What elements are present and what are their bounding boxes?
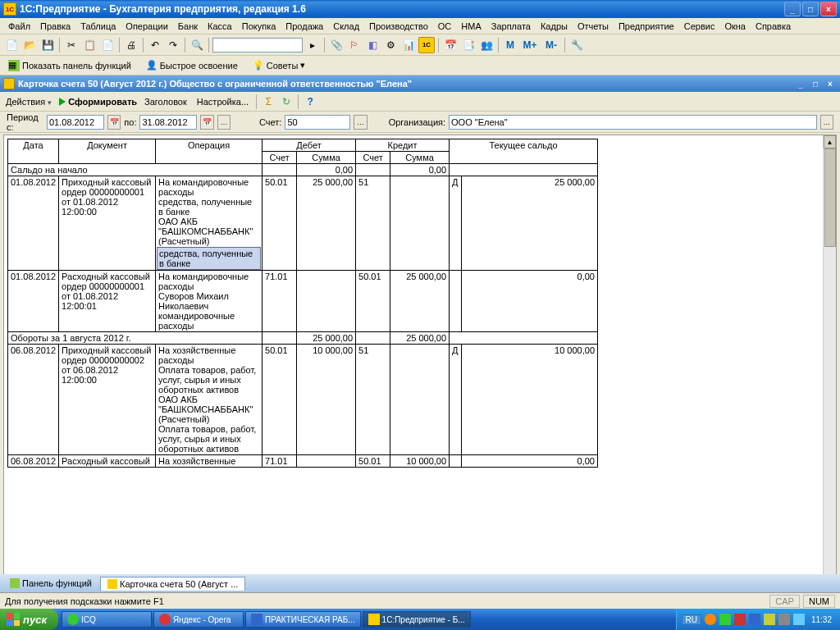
gear-icon[interactable]: ⚙ xyxy=(382,37,399,53)
period-range-button[interactable]: … xyxy=(217,115,231,130)
settings-button[interactable]: Настройка... xyxy=(194,97,251,107)
tab-card[interactable]: Карточка счета 50 (Август ... xyxy=(100,577,245,591)
language-indicator[interactable]: RU xyxy=(682,614,701,625)
header-button[interactable]: Заголовок xyxy=(142,97,189,107)
attach-icon[interactable]: 📎 xyxy=(328,37,345,53)
advice-button[interactable]: 💡Советы▾ xyxy=(249,58,308,73)
period-to-picker-button[interactable]: 📅 xyxy=(200,115,213,130)
account-input[interactable] xyxy=(285,115,350,130)
account-picker-button[interactable]: … xyxy=(354,115,367,130)
redo-icon[interactable]: ↷ xyxy=(165,37,181,53)
menu-os[interactable]: ОС xyxy=(433,20,457,33)
taskbar-item-1c[interactable]: 1С:Предприятие - Б... xyxy=(363,611,471,628)
chart-icon[interactable]: 📊 xyxy=(400,37,417,53)
menu-service[interactable]: Сервис xyxy=(679,20,720,33)
menu-operations[interactable]: Операции xyxy=(121,20,172,33)
period-from-picker-button[interactable]: 📅 xyxy=(107,115,121,130)
refresh-icon[interactable]: ↻ xyxy=(280,95,293,108)
menu-sell[interactable]: Продажа xyxy=(281,20,328,33)
doc-close-button[interactable]: × xyxy=(824,78,837,89)
mplus-button[interactable]: M+ xyxy=(520,37,540,53)
menu-production[interactable]: Производство xyxy=(364,20,433,33)
show-panel-button[interactable]: ▦Показать панель функций xyxy=(5,58,135,73)
menu-edit[interactable]: Правка xyxy=(35,20,75,33)
cell-op: На командировочные расходы Суворов Михаи… xyxy=(156,271,262,332)
menu-bank[interactable]: Банк xyxy=(173,20,203,33)
help-icon[interactable]: ? xyxy=(304,95,317,108)
org-picker-button[interactable]: … xyxy=(820,115,833,130)
print-icon[interactable]: 🖨 xyxy=(123,37,139,53)
tray-icon[interactable] xyxy=(734,614,746,625)
table-row[interactable]: 06.08.2012 Расходный кассовый На хозяйст… xyxy=(8,455,598,468)
scroll-up-button[interactable]: ▲ xyxy=(824,135,836,148)
opening-balance-row: Сальдо на начало 0,00 0,00 xyxy=(8,164,598,176)
scroll-thumb[interactable] xyxy=(824,148,836,247)
menu-buy[interactable]: Покупка xyxy=(237,20,281,33)
fast-learn-button[interactable]: 👤Быстрое освоение xyxy=(143,58,241,73)
open-icon[interactable]: 📂 xyxy=(21,37,38,53)
taskbar-item-word[interactable]: ПРАКТИЧЕСКАЯ РАБ... xyxy=(245,611,361,628)
tray-icon[interactable] xyxy=(719,614,731,625)
tray-icon[interactable] xyxy=(705,614,716,625)
tab-panel-functions[interactable]: Панель функций xyxy=(3,577,98,590)
num-indicator: NUM xyxy=(803,595,835,608)
close-button[interactable]: × xyxy=(820,2,837,16)
document-icon xyxy=(3,78,15,89)
maximize-button[interactable]: □ xyxy=(802,2,819,16)
menu-warehouse[interactable]: Склад xyxy=(328,20,364,33)
cell-credit-sum: 25 000,00 xyxy=(390,271,450,332)
cut-icon[interactable]: ✂ xyxy=(63,37,80,53)
table-row[interactable]: 06.08.2012 Приходный кассовый ордер 0000… xyxy=(8,345,598,455)
copy-icon[interactable]: 📋 xyxy=(81,37,98,53)
cell-date: 06.08.2012 xyxy=(8,345,59,455)
sum-icon[interactable]: Σ xyxy=(262,95,275,108)
doc2-icon[interactable]: 📑 xyxy=(460,37,477,53)
flag-icon[interactable]: 🏳 xyxy=(346,37,363,53)
cube-icon[interactable]: ◧ xyxy=(364,37,381,53)
table-row[interactable]: 01.08.2012 Приходный кассовый ордер 0000… xyxy=(8,176,598,271)
users-icon[interactable]: 👥 xyxy=(478,37,495,53)
menu-windows[interactable]: Окна xyxy=(719,20,751,33)
tray-icon[interactable] xyxy=(778,614,790,625)
vertical-scrollbar[interactable]: ▲ ▼ xyxy=(823,135,836,603)
period-from-input[interactable] xyxy=(47,115,104,130)
clock[interactable]: 11:32 xyxy=(808,615,835,624)
menu-reports[interactable]: Отчеты xyxy=(573,20,614,33)
go-icon[interactable]: ▸ xyxy=(304,37,321,53)
doc-minimize-button[interactable]: _ xyxy=(794,78,807,89)
menu-help[interactable]: Справка xyxy=(751,20,796,33)
menu-table[interactable]: Таблица xyxy=(75,20,121,33)
start-button[interactable]: пуск xyxy=(0,609,58,630)
m-button[interactable]: M xyxy=(502,37,518,53)
menu-salary[interactable]: Зарплата xyxy=(486,20,536,33)
1c-icon[interactable]: 1C xyxy=(418,37,435,53)
calendar-icon[interactable]: 📅 xyxy=(442,37,459,53)
table-row[interactable]: 01.08.2012 Расходный кассовый ордер 0000… xyxy=(8,271,598,332)
find-icon[interactable]: 🔍 xyxy=(189,37,205,53)
menu-cash[interactable]: Касса xyxy=(203,20,237,33)
mminus-button[interactable]: M- xyxy=(541,37,561,53)
actions-dropdown[interactable]: Действия ▾ xyxy=(3,97,54,107)
org-input[interactable] xyxy=(449,115,817,130)
menu-staff[interactable]: Кадры xyxy=(536,20,573,33)
address-input[interactable] xyxy=(212,38,303,52)
tray-icon[interactable] xyxy=(749,614,760,625)
tray-icon[interactable] xyxy=(764,614,775,625)
minimize-button[interactable]: _ xyxy=(784,2,801,16)
new-icon[interactable]: 📄 xyxy=(3,37,20,53)
undo-icon[interactable]: ↶ xyxy=(147,37,163,53)
doc-maximize-button[interactable]: □ xyxy=(809,78,822,89)
highlighted-text[interactable]: средства, полученные в банке xyxy=(157,247,261,270)
menu-enterprise[interactable]: Предприятие xyxy=(614,20,679,33)
paste-icon[interactable]: 📄 xyxy=(99,37,116,53)
tools-icon[interactable]: 🔧 xyxy=(568,37,585,53)
taskbar-item-opera[interactable]: Яндекс - Opera xyxy=(153,611,244,628)
period-to-input[interactable] xyxy=(139,115,197,130)
tray-icon[interactable] xyxy=(793,614,805,625)
save-icon[interactable]: 💾 xyxy=(39,37,56,53)
cell-doc: Расходный кассовый ордер 00000000001 от … xyxy=(59,271,156,332)
menu-file[interactable]: Файл xyxy=(3,20,35,33)
menu-nma[interactable]: НМА xyxy=(456,20,486,33)
taskbar-item-icq[interactable]: ICQ xyxy=(62,611,152,628)
form-button[interactable]: Сформировать xyxy=(59,97,137,107)
